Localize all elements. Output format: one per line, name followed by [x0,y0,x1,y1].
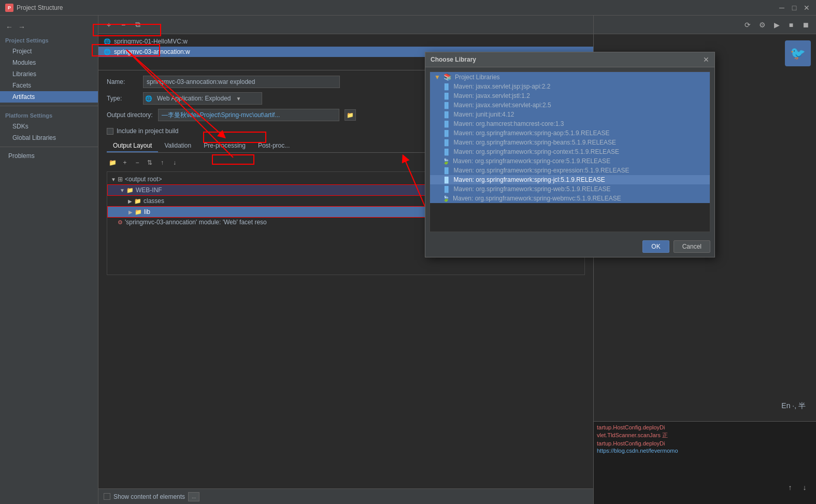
show-content-checkbox[interactable] [104,493,110,500]
tab-post-processing[interactable]: Post-proc... [252,140,296,152]
show-content-btn[interactable]: ... [188,492,199,501]
app-icon: P [5,4,13,12]
lib-item-3[interactable]: ▐▌ Maven: junit:junit:4.12 [430,110,710,119]
artifact-item-1[interactable]: 🌐 springmvc-01-HelloMVC:w [98,36,593,47]
platform-settings-header: Platform Settings [0,109,98,121]
sidebar-item-global-libraries[interactable]: Global Libraries [0,132,98,143]
tree-add-folder-btn[interactable]: 📁 [107,157,118,168]
tree-remove-btn[interactable]: − [132,157,143,168]
tab-output-layout[interactable]: Output Layout [107,140,158,152]
lib-item-4[interactable]: ▐▌ Maven: org.hamcrest:hamcrest-core:1.3 [430,119,710,128]
type-value: Web Application: Exploded [154,95,234,102]
dialog-footer: OK Cancel [425,236,714,257]
log-line-1: tartup.HostConfig.deployDi [597,424,813,431]
sidebar-divider [0,106,98,106]
lib-icon-4: ▐▌ [442,121,451,127]
sidebar: ← → Project Settings Project Modules Lib… [0,16,98,504]
scroll-controls: ↑ ↓ [784,481,811,494]
lib-item-9[interactable]: ▐▌ Maven: org.springframework:spring-exp… [430,166,710,175]
type-select[interactable]: 🌐 Web Application: Exploded ▼ [143,92,262,105]
add-artifact-btn[interactable]: + [103,19,115,31]
right-toolbar-btn-4[interactable]: ■ [785,19,797,31]
output-dir-input[interactable] [158,109,339,121]
lang-indicator: En ·, 半 [781,401,806,411]
webinf-arrow: ▼ [118,188,126,193]
lib-item-10[interactable]: ▐▌ Maven: org.springframework:spring-jcl… [430,175,710,184]
lib-icon-5: ▐▌ [442,130,451,136]
expand-arrow: ▼ [109,177,118,182]
lib-item-6[interactable]: ▐▌ Maven: org.springframework:spring-bea… [430,138,710,147]
scroll-up-btn[interactable]: ↑ [784,481,796,494]
artifact-icon-2: 🌐 [104,49,111,55]
lib-icon-0: ▐▌ [442,83,451,90]
nav-forward-btn[interactable]: → [17,22,27,32]
lib-item-2[interactable]: ▐▌ Maven: javax.servlet:servlet-api:2.5 [430,100,710,110]
right-top-toolbar: ⟳ ⚙ ▶ ■ ⏹ [594,16,816,34]
right-bottom-log: tartup.HostConfig.deployDi vlet.TldScann… [594,421,816,504]
log-url[interactable]: https://blog.csdn.net/fevermomo [597,448,813,454]
include-build-checkbox[interactable] [107,128,113,135]
remove-artifact-btn[interactable]: − [117,19,130,31]
lib-icon-10: ▐▌ [442,177,451,183]
sidebar-item-modules[interactable]: Modules [0,57,98,68]
lib-folder-icon: 📁 [135,209,142,215]
window-controls: ─ □ ✕ [778,4,811,12]
scroll-down-btn[interactable]: ↓ [798,481,811,494]
include-build-label: Include in project build [117,127,178,135]
lib-icon-2: ▐▌ [442,102,451,108]
right-toolbar-btn-3[interactable]: ▶ [770,19,783,31]
group-expand-icon: ▼ [434,74,440,81]
sidebar-item-artifacts[interactable]: Artifacts [0,91,98,103]
lib-item-1[interactable]: ▐▌ Maven: javax.servlet:jstl:1.2 [430,91,710,100]
nav-back-btn[interactable]: ← [4,22,15,32]
lib-icon-11: ▐▌ [442,186,451,192]
right-toolbar-btn-2[interactable]: ⚙ [756,19,768,31]
lib-item-8[interactable]: 🍃 Maven: org.springframework:spring-core… [430,156,710,166]
sidebar-item-libraries[interactable]: Libraries [0,68,98,80]
minimize-btn[interactable]: ─ [778,4,786,12]
copy-artifact-btn[interactable]: ⧉ [132,19,144,31]
lib-group-project[interactable]: ▼ 📚 Project Libraries [430,72,710,82]
dialog-title: Choose Library [431,56,476,63]
log-line-2: vlet.TldScanner.scanJars 正 [597,431,813,439]
lib-item-5[interactable]: ▐▌ Maven: org.springframework:spring-aop… [430,128,710,138]
artifact-icon-1: 🌐 [104,38,111,45]
type-arrow-icon: ▼ [234,96,244,102]
sidebar-divider-2 [0,147,98,147]
lib-icon-9: ▐▌ [442,167,451,174]
sidebar-item-problems[interactable]: Problems [0,150,98,162]
lib-item-11[interactable]: ▐▌ Maven: org.springframework:spring-web… [430,184,710,194]
close-btn[interactable]: ✕ [803,4,811,12]
lib-icon-12: 🍃 [442,195,450,202]
maximize-btn[interactable]: □ [790,4,798,12]
tab-validation[interactable]: Validation [158,140,197,152]
lib-item-12[interactable]: 🍃 Maven: org.springframework:spring-webm… [430,194,710,203]
artifacts-toolbar: + − ⧉ [98,16,593,34]
lib-item-0[interactable]: ▐▌ Maven: javax.servlet.jsp:jsp-api:2.2 [430,82,710,91]
sidebar-item-sdks[interactable]: SDKs [0,121,98,132]
output-dir-browse-btn[interactable]: 📁 [345,109,356,121]
tree-add-btn[interactable]: + [119,157,131,168]
bottom-bar: Show content of elements ... [98,488,593,504]
dialog-ok-btn[interactable]: OK [642,240,669,253]
right-toolbar-btn-1[interactable]: ⟳ [741,19,754,31]
dialog-close-btn[interactable]: ✕ [703,55,709,64]
webinf-folder-icon: 📁 [126,187,134,194]
bird-icon: 🐦 [785,40,811,66]
title-bar: P Project Structure ─ □ ✕ [0,0,816,16]
tab-pre-processing[interactable]: Pre-processing [197,140,252,152]
right-toolbar-btn-5[interactable]: ⏹ [799,19,812,31]
tree-up-btn[interactable]: ↑ [156,157,168,168]
module-icon: ⚙ [118,219,123,226]
lib-icon-7: ▐▌ [442,149,451,155]
dialog-cancel-btn[interactable]: Cancel [674,240,710,253]
lib-icon-8: 🍃 [442,158,450,165]
lib-item-7[interactable]: ▐▌ Maven: org.springframework:spring-con… [430,147,710,156]
tree-sort-btn[interactable]: ⇅ [144,157,155,168]
root-icon: ⊞ [118,176,123,183]
tree-down-btn[interactable]: ↓ [169,157,180,168]
sidebar-item-facets[interactable]: Facets [0,80,98,91]
library-tree[interactable]: ▼ 📚 Project Libraries ▐▌ Maven: javax.se… [430,71,710,232]
name-input[interactable] [143,76,340,88]
sidebar-item-project[interactable]: Project [0,46,98,57]
